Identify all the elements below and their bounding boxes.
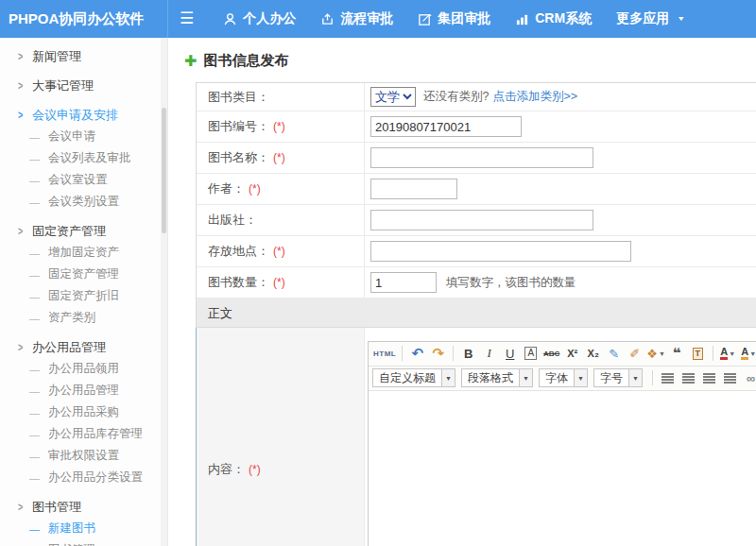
sidebar-item-meeting[interactable]: >会议申请及安排 <box>0 104 167 126</box>
undo-icon: ↶ <box>411 345 423 362</box>
font-family-select[interactable]: 字体▼ <box>539 368 588 387</box>
scrollbar-thumb[interactable] <box>162 108 166 233</box>
remove-format-icon[interactable]: ✎ <box>604 344 624 363</box>
redo-icon: ↷ <box>432 345 444 362</box>
sidebar-item-label: 新闻管理 <box>32 48 81 65</box>
chart-icon <box>515 12 529 26</box>
add-category-link[interactable]: 点击添加类别>> <box>492 89 577 105</box>
sidebar-item-supplies-manage[interactable]: —办公用品管理 <box>0 380 167 401</box>
font-color-icon: A <box>720 347 728 360</box>
sidebar-item-memorabilia[interactable]: >大事记管理 <box>0 75 167 96</box>
sidebar-item-news[interactable]: >新闻管理 <box>0 45 167 67</box>
publisher-field-label: 出版社： <box>197 205 365 235</box>
sidebar-item-label: 新建图书 <box>48 520 95 537</box>
nav-label: CRM系统 <box>535 10 592 27</box>
sidebar-item-book-manage[interactable]: —图书管理 <box>0 539 167 546</box>
source-code-button[interactable]: HTML <box>372 344 397 363</box>
sidebar-item-add-asset[interactable]: —增加固定资产 <box>0 242 167 264</box>
quick-format-icon[interactable]: ❖▼ <box>645 344 666 363</box>
superscript-icon[interactable]: X² <box>562 344 582 363</box>
category-select[interactable]: 文学 <box>370 87 416 107</box>
italic-icon[interactable]: I <box>479 344 499 363</box>
sidebar-item-fixed-assets[interactable]: >固定资产管理 <box>0 220 167 242</box>
sidebar-item-label: 图书管理 <box>32 499 81 516</box>
book-no-field[interactable] <box>370 116 522 137</box>
sidebar-item-asset-depreciation[interactable]: —固定资产折旧 <box>0 285 167 307</box>
sidebar-item-asset-manage[interactable]: —固定资产管理 <box>0 264 167 285</box>
caret-down-icon: ▼ <box>519 369 532 386</box>
quantity-field[interactable] <box>370 272 437 293</box>
nav-group-approval[interactable]: 集团审批 <box>405 0 503 38</box>
align-right-icon[interactable] <box>699 368 719 387</box>
bold-icon[interactable]: B <box>458 344 478 363</box>
edit-icon <box>418 12 432 26</box>
sidebar-item-books[interactable]: >图书管理 <box>0 496 167 518</box>
undo-icon[interactable]: ↶ <box>407 344 427 363</box>
dash-icon: — <box>29 196 40 208</box>
chevron-right-icon: > <box>18 79 23 93</box>
top-bar: PHPOA协同办公软件 ☰ 个人办公流程审批集团审批CRM系统更多应用▼ <box>0 0 756 38</box>
sidebar-item-meeting-room[interactable]: —会议室设置 <box>0 169 167 191</box>
sidebar-item-approval-permission[interactable]: —审批权限设置 <box>0 445 167 467</box>
nav-workflow-approval[interactable]: 流程审批 <box>308 0 405 38</box>
sidebar-item-supplies-stock[interactable]: —办公用品库存管理 <box>0 423 167 445</box>
heading-select[interactable]: 自定义标题▼ <box>372 368 455 387</box>
superscript-icon: X² <box>567 348 577 359</box>
toolbar-separator <box>713 346 713 361</box>
nav-crm-system[interactable]: CRM系统 <box>503 0 604 38</box>
format-brush-icon[interactable]: ✐ <box>625 344 644 363</box>
sidebar-item-label: 会议列表及审批 <box>48 150 131 166</box>
align-left-icon[interactable] <box>658 368 678 387</box>
sidebar-item-meeting-apply[interactable]: —会议申请 <box>0 126 167 147</box>
align-justify-icon[interactable] <box>720 368 740 387</box>
redo-icon[interactable]: ↷ <box>428 344 448 363</box>
sidebar-item-meeting-category[interactable]: —会议类别设置 <box>0 191 167 213</box>
editor-content[interactable] <box>369 391 756 546</box>
paste-as-text-icon[interactable]: T <box>688 344 708 363</box>
caret-down-icon: ▼ <box>628 369 642 386</box>
book-form: 图书类目： 文学 还没有类别? 点击添加类别>> 图书编号：(*)图书名称：(*… <box>196 82 756 546</box>
font-style-icon[interactable]: A <box>521 344 541 363</box>
strikethrough-icon[interactable]: ABC <box>541 344 561 363</box>
sidebar: >新闻管理>大事记管理>会议申请及安排—会议申请—会议列表及审批—会议室设置—会… <box>0 38 168 546</box>
sidebar-item-supplies-receive[interactable]: —办公用品领用 <box>0 358 167 380</box>
category-label: 图书类目： <box>197 83 365 111</box>
nav-more-apps[interactable]: 更多应用▼ <box>604 0 697 38</box>
blockquote-icon: ❝ <box>673 349 681 358</box>
sidebar-item-office-supplies[interactable]: >办公用品管理 <box>0 336 167 358</box>
sidebar-item-new-book[interactable]: —新建图书 <box>0 518 167 539</box>
dash-icon: — <box>29 313 40 324</box>
blockquote-icon[interactable]: ❝ <box>667 344 687 363</box>
dash-icon: — <box>29 291 40 302</box>
sidebar-item-meeting-list[interactable]: —会议列表及审批 <box>0 147 167 169</box>
nav-personal-office[interactable]: 个人办公 <box>211 0 308 38</box>
sidebar-item-supplies-purchase[interactable]: —办公用品采购 <box>0 401 167 423</box>
author-field[interactable] <box>370 179 457 199</box>
quantity-field-row: 图书数量：(*)填写数字，该图书的数量 <box>197 267 756 299</box>
body-section-header: 正文 <box>197 299 756 328</box>
paragraph-select[interactable]: 段落格式▼ <box>461 368 533 387</box>
chevron-right-icon: > <box>18 109 23 122</box>
link-icon: ∞ <box>747 371 755 385</box>
font-color-icon[interactable]: A▼ <box>718 344 738 363</box>
align-center-icon[interactable] <box>679 368 698 387</box>
underline-icon[interactable]: U <box>500 344 520 363</box>
font-size-select[interactable]: 字号▼ <box>593 368 643 387</box>
sidebar-item-supplies-category[interactable]: —办公用品分类设置 <box>0 467 167 488</box>
highlight-color-icon[interactable]: A▼ <box>739 344 756 363</box>
link-icon[interactable]: ∞ <box>741 368 756 387</box>
toolbar-separator <box>652 370 653 385</box>
sidebar-item-asset-category[interactable]: —资产类别 <box>0 307 167 329</box>
book-name-field[interactable] <box>370 147 593 168</box>
location-field[interactable] <box>370 241 631 262</box>
dash-icon: — <box>29 175 40 186</box>
subscript-icon[interactable]: X₂ <box>583 344 603 363</box>
sidebar-item-label: 审批权限设置 <box>48 448 119 464</box>
sidebar-item-label: 固定资产折旧 <box>48 288 119 304</box>
sidebar-scrollbar[interactable] <box>161 38 167 546</box>
toolbar-separator <box>402 346 403 361</box>
hamburger-icon[interactable]: ☰ <box>180 0 194 38</box>
quantity-field-hint: 填写数字，该图书的数量 <box>446 275 576 291</box>
sidebar-item-label: 办公用品分类设置 <box>48 469 143 486</box>
publisher-field[interactable] <box>370 210 593 230</box>
